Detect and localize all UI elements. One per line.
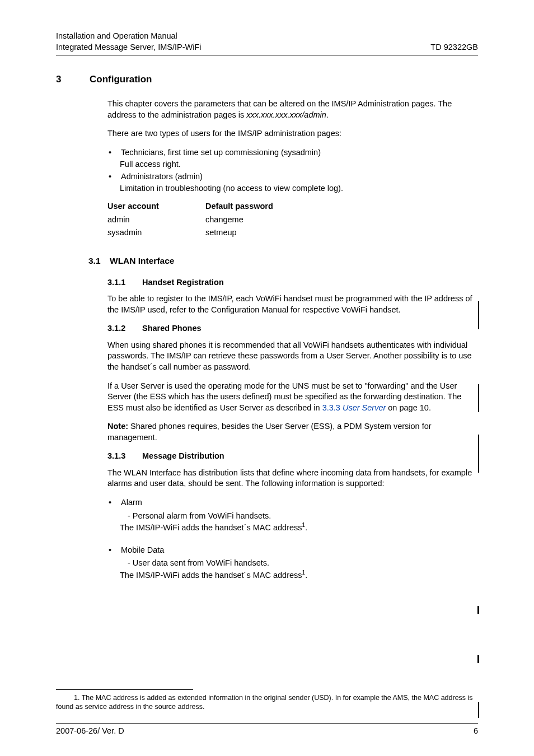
- section-number: 3.1: [88, 255, 110, 267]
- s312-p2: If a User Server is used the operating m…: [107, 381, 478, 414]
- bullet-subtext: Full access right.: [120, 159, 478, 170]
- footer-rule: [56, 723, 478, 724]
- change-bar-icon: [477, 655, 479, 663]
- subsection-number: 3.1.3: [107, 451, 142, 462]
- change-bar-icon: [478, 384, 479, 412]
- table-header: Default password: [205, 201, 478, 212]
- sub-text: The IMS/IP-WiFi adds the handset´s MAC a…: [120, 569, 478, 581]
- subsection-number: 3.1.2: [107, 323, 142, 334]
- s312-note: Note: Shared phones requires, besides th…: [107, 421, 478, 443]
- subsection-title: Message Distribution: [142, 451, 224, 462]
- cross-ref-link[interactable]: 3.3.3 User Server: [322, 403, 386, 412]
- subsection-title: Handset Registration: [142, 277, 224, 288]
- change-bar-icon: [478, 301, 479, 329]
- footnote: 1. The MAC address is added as extended …: [56, 693, 478, 712]
- bullet-icon: •: [107, 545, 121, 556]
- bullet-icon: •: [107, 147, 121, 158]
- bullet-icon: •: [107, 171, 121, 183]
- subsection-title: Shared Phones: [142, 323, 202, 334]
- chapter-number: 3: [56, 73, 90, 86]
- table-cell: setmeup: [205, 227, 478, 239]
- s311-p: To be able to register to the IMS/IP, ea…: [107, 293, 478, 315]
- bullet-subtext: Limitation in troubleshooting (no access…: [120, 183, 478, 194]
- sub-bullet: - User data sent from VoWiFi handsets.: [128, 558, 478, 569]
- subsection-number: 3.1.1: [107, 277, 142, 288]
- section-title: WLAN Interface: [110, 255, 174, 267]
- sub-bullet: - Personal alarm from VoWiFi handsets.: [128, 511, 478, 522]
- footer-date-version: 2007-06-26/ Ver. D: [56, 726, 124, 737]
- intro-p2: There are two types of users for the IMS…: [107, 128, 478, 139]
- footnote-rule: [56, 689, 193, 690]
- table-cell: sysadmin: [107, 227, 205, 239]
- change-bar-icon: [478, 435, 479, 473]
- table-cell: admin: [107, 214, 205, 226]
- header-rule: [56, 55, 478, 55]
- bullet-item: • Technicians, first time set up commiss…: [107, 147, 478, 158]
- page-number: 6: [474, 726, 478, 737]
- change-bar-icon: [477, 606, 479, 614]
- change-bar-icon: [478, 702, 479, 718]
- account-table: User account Default password admin chan…: [107, 201, 478, 239]
- s312-p1: When using shared phones it is recommend…: [107, 340, 478, 373]
- header-line2-left: Integrated Message Server, IMS/IP-WiFi: [56, 42, 201, 53]
- sub-text: The IMS/IP-WiFi adds the handset´s MAC a…: [120, 521, 478, 533]
- bullet-item: • Mobile Data: [107, 545, 478, 556]
- chapter-title: Configuration: [90, 73, 152, 86]
- intro-p1: This chapter covers the parameters that …: [107, 99, 478, 120]
- bullet-item: • Alarm: [107, 497, 478, 508]
- bullet-icon: •: [107, 497, 121, 508]
- s313-p: The WLAN Interface has distribution list…: [107, 468, 478, 489]
- bullet-item: • Administrators (admin): [107, 171, 478, 183]
- header-line2-right: TD 92322GB: [430, 42, 478, 53]
- table-cell: changeme: [205, 214, 478, 226]
- header-line1: Installation and Operation Manual: [56, 31, 478, 42]
- table-header: User account: [107, 201, 205, 212]
